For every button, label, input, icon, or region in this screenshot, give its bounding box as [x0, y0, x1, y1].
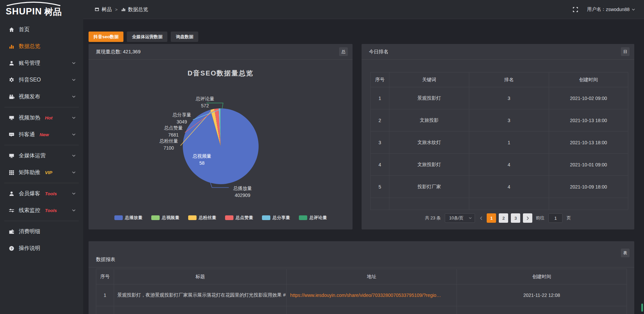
next-page-button[interactable]	[523, 213, 532, 223]
logo-arc	[5, 2, 62, 6]
monitor-icon	[9, 153, 14, 159]
goto-page-label: 前往	[536, 215, 544, 221]
page-button-3[interactable]: 3	[511, 213, 520, 223]
breadcrumb-root[interactable]: 树品	[95, 6, 112, 13]
legend-swatch	[299, 215, 307, 220]
page-size-select[interactable]: 10条/页	[445, 213, 475, 223]
legend-item-总粉丝量[interactable]: 总粉丝量	[188, 215, 216, 221]
sidebar-item-douketong[interactable]: 抖客通New	[0, 126, 83, 143]
sidebar-item-matrix-boost[interactable]: 矩阵助推VIP	[0, 164, 83, 181]
breadcrumb-current[interactable]: 数据总览	[121, 6, 148, 13]
table-cell: 1	[371, 87, 389, 109]
table-cell	[114, 306, 287, 314]
table-header-row: 序号关键词排名创建时间	[371, 72, 628, 87]
breadcrumb-separator: >	[115, 7, 118, 12]
pagination-total: 共 23 条	[425, 215, 441, 221]
overview-panel: 展现量总数: 421,369 总 总播放量402909总视频量58总粉丝量710…	[89, 44, 353, 229]
sidebar-item-label: 消费明细	[19, 228, 40, 235]
goto-page-input[interactable]	[548, 213, 562, 223]
breadcrumb: 树品 > 数据总览	[95, 6, 148, 13]
table-cell: 文旅投影灯	[389, 154, 469, 176]
scrollbar-thumb[interactable]	[641, 304, 643, 312]
tab-media-operation-data[interactable]: 全媒体运营数据	[127, 32, 167, 42]
video-link[interactable]: https://www.iesdouyin.com/share/video/70…	[287, 284, 457, 306]
legend-label: 总点赞量	[236, 215, 253, 221]
sidebar-item-home[interactable]: 首页	[0, 21, 83, 38]
table-cell-time: 2021-11-22 12:08	[457, 284, 627, 306]
legend-item-总分享量[interactable]: 总分享量	[262, 215, 290, 221]
legend-item-总视频量[interactable]: 总视频量	[151, 215, 179, 221]
legend-item-总评论量[interactable]: 总评论量	[299, 215, 327, 221]
column-header: 创建时间	[549, 72, 628, 87]
ranking-table: 序号关键词排名创建时间1景观投影灯32021-10-02 09:002文旅投影3…	[370, 72, 628, 210]
report-mode-badge[interactable]: 表	[621, 249, 630, 257]
fullscreen-icon[interactable]	[573, 7, 578, 12]
table-cell-no: 1	[96, 284, 114, 306]
chart-legend: 总播放量总视频量总粉丝量总点赞量总分享量总评论量	[89, 215, 353, 221]
report-panel: 数据报表 表 序号标题地址创建时间1景观投影灯，夜游景观投影灯厂家展示展示落花灯…	[89, 241, 634, 314]
page-button-2[interactable]: 2	[499, 213, 508, 223]
goto-page-suffix: 页	[567, 215, 571, 221]
topbar-right: 用户名：zswodun88	[573, 6, 635, 12]
main-content: 抖音seo数据全媒体运营数据询盘数据 展现量总数: 421,369 总 总播放量…	[83, 19, 644, 314]
user-menu[interactable]: 用户名：zswodun88	[587, 6, 635, 12]
legend-item-总播放量[interactable]: 总播放量	[114, 215, 143, 221]
sidebar-item-label: 视频加热	[19, 114, 40, 121]
table-cell-title: 景观投影灯，夜游景观投影灯厂家展示展示落花灯在花园里的灯光投影应用效果 #	[114, 284, 287, 306]
table-cell	[389, 198, 469, 210]
report-table: 序号标题地址创建时间1景观投影灯，夜游景观投影灯厂家展示展示落花灯在花园里的灯光…	[96, 269, 627, 314]
table-cell: 文旅水纹灯	[389, 132, 469, 154]
pie-label-总粉丝量: 总粉丝量7100	[159, 138, 178, 151]
pie-label-总点赞量: 总点赞量7681	[164, 125, 183, 138]
sidebar-item-badge: Tools	[45, 208, 57, 213]
tab-inquiry-data[interactable]: 询盘数据	[171, 32, 198, 42]
sidebar-item-video-heat[interactable]: 视频加热Hot	[0, 109, 83, 126]
sidebar-item-consume-detail[interactable]: 消费明细	[0, 223, 83, 240]
sidebar-item-account-manage[interactable]: 账号管理	[0, 55, 83, 71]
table-cell	[469, 198, 549, 210]
sidebar-item-operation-guide[interactable]: ?操作说明	[0, 240, 83, 257]
column-header: 关键词	[389, 72, 469, 87]
tab-douyin-seo-data[interactable]: 抖音seo数据	[89, 32, 123, 42]
chart-icon	[9, 44, 14, 49]
column-header: 创建时间	[457, 269, 627, 284]
app-root: SHUPIN 树品 首页数据总览账号管理抖音SEO视频发布视频加热Hot抖客通N…	[0, 0, 644, 314]
table-row: 1景观投影灯，夜游景观投影灯厂家展示展示落花灯在花园里的灯光投影应用效果 #ht…	[96, 284, 627, 306]
ranking-mode-badge[interactable]: 日	[621, 47, 630, 56]
table-cell: 4	[469, 154, 549, 176]
prev-page-button[interactable]	[479, 216, 483, 220]
page-button-1[interactable]: 1	[487, 213, 496, 223]
video-icon	[9, 94, 14, 100]
sidebar-divider	[4, 145, 79, 145]
sidebar-item-member-baoke[interactable]: 会员爆客Tools	[0, 185, 83, 202]
sidebar-item-clue-monitor[interactable]: 线索监控Tools	[0, 202, 83, 219]
pie-label-总评论量: 总评论量572	[196, 96, 214, 108]
sidebar-item-video-publish[interactable]: 视频发布	[0, 88, 83, 105]
topbar: 树品 > 数据总览 用户名：zswodun88	[83, 0, 644, 19]
sidebar-item-media-operation[interactable]: 全媒体运营	[0, 147, 83, 164]
column-header: 序号	[371, 72, 389, 87]
column-header: 排名	[469, 72, 549, 87]
sidebar-divider	[4, 183, 79, 183]
table-cell: 2021-10-09 18:00	[549, 176, 628, 198]
sidebar-divider	[4, 107, 79, 107]
bar-chart-icon	[121, 7, 126, 12]
username-label: 用户名：	[587, 6, 606, 12]
sliders-icon	[9, 208, 14, 213]
pie-label-总分享量: 总分享量3049	[172, 112, 191, 124]
app-logo[interactable]: SHUPIN 树品	[0, 0, 83, 19]
table-cell	[96, 306, 114, 314]
sidebar-item-douyin-seo[interactable]: 抖音SEO	[0, 71, 83, 88]
svg-text:?: ?	[11, 246, 13, 250]
legend-swatch	[188, 215, 197, 220]
sidebar: SHUPIN 树品 首页数据总览账号管理抖音SEO视频发布视频加热Hot抖客通N…	[0, 0, 83, 314]
ranking-panel: 今日排名 日 序号关键词排名创建时间1景观投影灯32021-10-02 09:0…	[362, 44, 634, 229]
legend-swatch	[114, 215, 123, 220]
sidebar-item-data-overview[interactable]: 数据总览	[0, 38, 83, 55]
table-row: 3文旅水纹灯12021-10-13 18:00	[371, 132, 628, 154]
legend-item-总点赞量[interactable]: 总点赞量	[225, 215, 253, 221]
table-cell: 2021-10-13 18:00	[549, 109, 628, 132]
chevron-down-icon	[72, 116, 76, 120]
table-cell	[457, 306, 627, 314]
logo-text-cn: 树品	[44, 7, 62, 19]
